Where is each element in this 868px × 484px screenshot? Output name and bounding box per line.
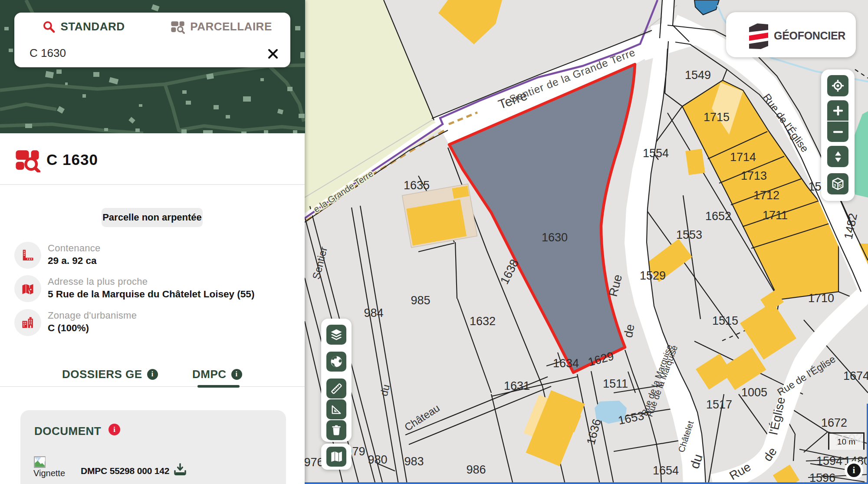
svg-text:1596: 1596 <box>809 471 835 484</box>
svg-text:1631: 1631 <box>504 379 530 392</box>
svg-text:1674: 1674 <box>843 369 868 382</box>
svg-text:1549: 1549 <box>685 69 711 82</box>
svg-text:1529: 1529 <box>640 269 666 282</box>
svg-text:1635: 1635 <box>404 179 430 192</box>
svg-text:1594: 1594 <box>816 454 842 468</box>
svg-text:1634: 1634 <box>553 357 579 370</box>
svg-text:1005: 1005 <box>741 386 767 399</box>
svg-text:1515: 1515 <box>712 314 738 327</box>
svg-text:3: 3 <box>834 183 836 188</box>
svg-text:1712: 1712 <box>753 189 779 202</box>
svg-text:1654: 1654 <box>653 464 679 477</box>
svg-text:1652: 1652 <box>705 210 731 223</box>
svg-text:1553: 1553 <box>676 228 702 241</box>
svg-text:983: 983 <box>404 455 424 468</box>
svg-text:1713: 1713 <box>741 169 767 182</box>
svg-text:1715: 1715 <box>704 111 730 124</box>
svg-text:984: 984 <box>364 306 383 319</box>
svg-text:1630: 1630 <box>542 231 568 244</box>
svg-text:D: D <box>838 183 842 188</box>
svg-text:de: de <box>621 323 637 339</box>
svg-text:1710: 1710 <box>808 292 834 305</box>
svg-text:980: 980 <box>368 453 387 466</box>
svg-text:1554: 1554 <box>643 147 669 160</box>
svg-text:1632: 1632 <box>470 315 496 328</box>
svg-text:1672: 1672 <box>821 416 847 429</box>
svg-text:1511: 1511 <box>603 377 628 390</box>
svg-text:1711: 1711 <box>763 209 788 222</box>
svg-text:985: 985 <box>411 294 430 307</box>
svg-text:1517: 1517 <box>706 398 732 411</box>
svg-text:1714: 1714 <box>730 151 756 164</box>
svg-text:976: 976 <box>305 456 324 469</box>
svg-text:986: 986 <box>466 463 486 476</box>
